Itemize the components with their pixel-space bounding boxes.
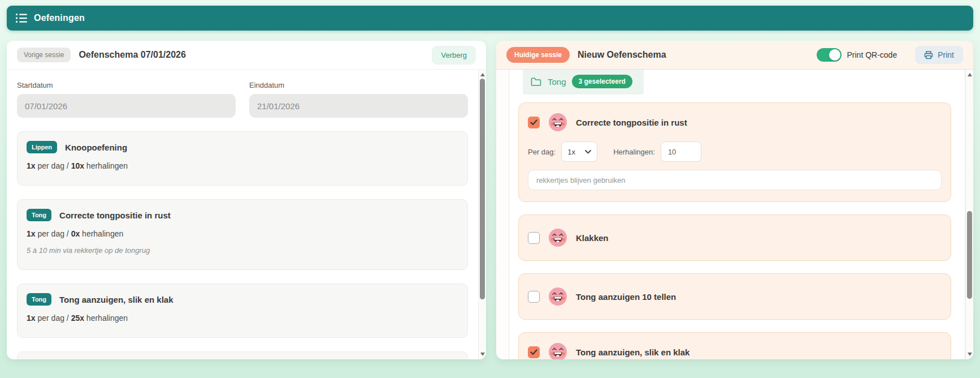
print-qr-label: Print QR-code [847, 50, 897, 59]
chevron-down-icon [585, 150, 591, 154]
exercise-checkbox[interactable] [528, 291, 540, 303]
app-header: Oefeningen [7, 6, 973, 31]
exercise-card: Tong Correcte tongpositie in rust 1x per… [17, 199, 468, 270]
category-tag: Tong [27, 293, 51, 306]
exercise-title: Correcte tongpositie in rust [59, 211, 171, 220]
selected-count-badge: 3 geselecteerd [572, 75, 632, 88]
group-tab-tong[interactable]: Tong 3 geselecteerd [523, 70, 644, 94]
herhalingen-label: Herhalingen: [613, 148, 655, 156]
previous-session-scroll-area: Startdatum Einddatum Lippen Knoopoefenin… [7, 70, 478, 359]
exercise-meta: 1x per dag / 25x herhalingen [27, 313, 458, 323]
hide-button[interactable]: Verberg [432, 46, 476, 65]
folder-icon [531, 77, 542, 86]
scroll-down-arrow[interactable] [479, 350, 486, 358]
scroll-up-arrow[interactable] [479, 71, 486, 79]
tongue-face-avatar [548, 342, 568, 359]
previous-schema-title: Oefenschema 07/01/2026 [79, 50, 185, 60]
current-session-badge: Huidige sessie [506, 47, 570, 63]
exercise-card: Tong 'K'-oefening 1x per dag / 25x herha… [17, 351, 468, 359]
current-session-panel: Huidige sessie Nieuw Oefenschema Print Q… [496, 41, 973, 359]
previous-session-header: Vorige sessie Oefenschema 07/01/2026 Ver… [7, 41, 486, 70]
selectable-exercise-card: Klakken [518, 214, 951, 261]
exercise-note: 5 à 10 min via rekkertje op de tongrug [27, 246, 458, 255]
previous-session-panel: Vorige sessie Oefenschema 07/01/2026 Ver… [7, 41, 486, 359]
exercise-title: Tong aanzuigen 10 tellen [576, 292, 676, 302]
new-schema-title: Nieuw Oefenschema [578, 50, 666, 60]
exercise-title: Klakken [576, 233, 609, 243]
left-scrollbar[interactable] [478, 70, 486, 359]
right-scrollbar[interactable] [965, 70, 973, 359]
category-tag: Tong [27, 209, 51, 221]
exercise-title: Knoopoefening [65, 143, 127, 152]
enddate-label: Einddatum [249, 81, 468, 89]
exercise-card: Tong Tong aanzuigen, slik en klak 1x per… [17, 284, 468, 338]
print-button[interactable]: Print [915, 46, 963, 64]
scroll-up-arrow[interactable] [966, 71, 973, 79]
exercise-checkbox[interactable] [528, 232, 540, 244]
current-session-scroll-area: Tong 3 geselecteerd [509, 70, 965, 359]
exercise-title: Tong aanzuigen, slik en klak [576, 347, 690, 357]
category-tag: Lippen [27, 141, 57, 153]
current-session-header: Huidige sessie Nieuw Oefenschema Print Q… [496, 41, 973, 70]
per-dag-select[interactable]: 1x [561, 141, 597, 162]
exercise-note-input[interactable] [528, 170, 942, 190]
herhalingen-input[interactable] [661, 141, 701, 162]
selectable-exercise-card: Tong aanzuigen 10 tellen [518, 273, 951, 320]
scrollbar-thumb[interactable] [480, 79, 485, 299]
enddate-input[interactable] [249, 94, 468, 118]
exercise-meta: 1x per dag / 10x herhalingen [27, 161, 458, 170]
exercise-title: Correcte tongpositie in rust [576, 118, 687, 127]
startdate-input[interactable] [17, 94, 236, 118]
exercise-title: Tong aanzuigen, slik en klak [59, 295, 173, 304]
selectable-exercise-card: Tong aanzuigen, slik en klak Per dag: 1x… [518, 332, 951, 359]
exercise-checkbox[interactable] [528, 117, 540, 128]
printer-icon [924, 51, 933, 59]
list-menu-icon[interactable] [16, 13, 27, 23]
per-dag-label: Per dag: [528, 148, 556, 156]
startdate-label: Startdatum [17, 81, 236, 89]
tongue-face-avatar [548, 112, 568, 132]
selectable-exercise-card: Correcte tongpositie in rust Per dag: 1x… [518, 102, 951, 202]
exercise-card: Lippen Knoopoefening 1x per dag / 10x he… [17, 131, 468, 186]
tongue-face-avatar [548, 286, 568, 307]
app-title: Oefeningen [34, 13, 85, 23]
previous-session-badge: Vorige sessie [17, 48, 71, 62]
toggle-knob [829, 49, 840, 61]
print-qr-toggle[interactable] [817, 48, 842, 62]
scrollbar-thumb[interactable] [967, 211, 972, 299]
exercise-checkbox[interactable] [528, 346, 540, 358]
tongue-face-avatar [548, 227, 568, 248]
scroll-down-arrow[interactable] [966, 350, 973, 358]
exercise-meta: 1x per dag / 0x herhalingen [27, 229, 458, 238]
group-name: Tong [548, 77, 566, 87]
